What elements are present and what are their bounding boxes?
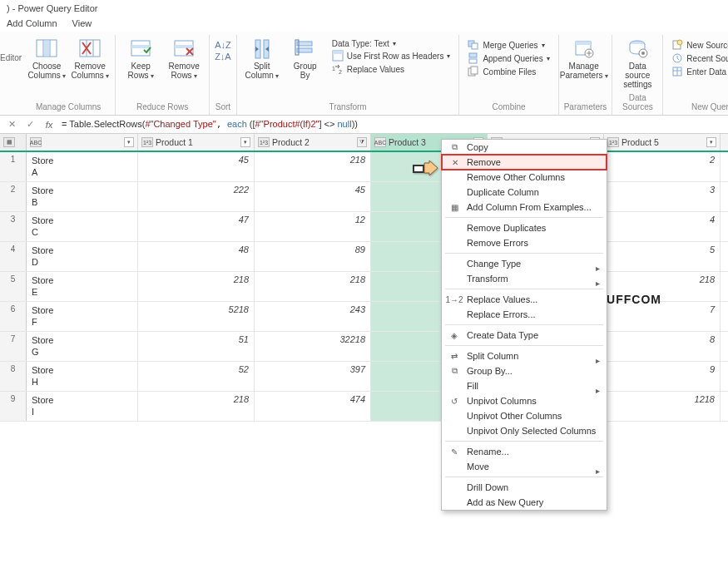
new-source-button[interactable]: New Source▾: [668, 38, 728, 52]
formula-commit-icon[interactable]: ✓: [23, 119, 37, 130]
cell-store[interactable]: Store C: [27, 212, 138, 241]
ctx-remove-dup[interactable]: Remove Duplicates: [442, 220, 607, 235]
table-row[interactable]: 4Store D48895: [0, 242, 728, 272]
cell-store[interactable]: Store F: [27, 302, 138, 331]
formula-cancel-icon[interactable]: ✕: [5, 119, 18, 130]
ctx-transform[interactable]: Transform: [442, 271, 607, 286]
cell-product1[interactable]: 47: [138, 212, 255, 241]
ctx-split-col[interactable]: ⇄Split Column: [442, 348, 607, 363]
sort-asc-icon[interactable]: A↓Z: [215, 40, 231, 50]
group-by-button[interactable]: Group By: [285, 37, 325, 81]
ctx-replace-errs[interactable]: Replace Errors...: [442, 307, 607, 322]
group-manage-columns: Manage Columns: [27, 100, 110, 113]
cell-product1[interactable]: 45: [138, 152, 255, 181]
cell-store[interactable]: Store H: [27, 362, 138, 391]
cell-product1[interactable]: 51: [138, 332, 255, 361]
cell-product1[interactable]: 48: [138, 242, 255, 271]
first-row-headers-button[interactable]: Use First Row as Headers▾: [329, 49, 454, 62]
table-row[interactable]: 2Store B222453: [0, 182, 728, 212]
table-row[interactable]: 1Store A452182: [0, 152, 728, 182]
ctx-unpivot-sel[interactable]: Unpivot Only Selected Columns: [442, 423, 607, 438]
enter-data-button[interactable]: Enter Data: [668, 65, 728, 78]
ctx-fill[interactable]: Fill: [442, 378, 607, 393]
manage-parameters-button[interactable]: Manage Parameters: [564, 37, 604, 82]
ctx-add-example[interactable]: ▦Add Column From Examples...: [442, 200, 607, 215]
cell-product5[interactable]: 1218: [604, 392, 721, 421]
remove-rows-button[interactable]: Remove Rows: [164, 37, 204, 82]
split-column-button[interactable]: Split Column: [242, 37, 282, 82]
group-by-icon: [294, 38, 317, 60]
table-row[interactable]: 3Store C47124: [0, 212, 728, 242]
replace-values-button[interactable]: 12 Replace Values: [329, 62, 454, 76]
filter-dropdown-icon[interactable]: ▾: [240, 137, 250, 147]
ctx-group-by[interactable]: ⧉Group By...: [442, 363, 607, 378]
cell-store[interactable]: Store E: [27, 272, 138, 301]
sort-desc-icon[interactable]: Z↓A: [215, 52, 231, 62]
append-queries-button[interactable]: Append Queries▾: [464, 52, 552, 65]
cell-product1[interactable]: 218: [138, 392, 255, 421]
table-row[interactable]: 8Store H523979: [0, 362, 728, 392]
cell-product2[interactable]: 218: [255, 272, 371, 301]
data-type-dropdown[interactable]: Data Type: Text▾: [329, 38, 454, 49]
table-row[interactable]: 7Store G51322188: [0, 332, 728, 362]
cell-product2[interactable]: 45: [255, 182, 371, 211]
cell-product2[interactable]: 12: [255, 212, 371, 241]
fx-icon[interactable]: fx: [42, 120, 57, 130]
cell-product5[interactable]: 4: [604, 212, 721, 241]
choose-columns-button[interactable]: Choose Columns: [27, 37, 67, 82]
column-header-product5[interactable]: 1²3Product 5 ▾: [604, 134, 721, 151]
cell-product2[interactable]: 243: [255, 302, 371, 331]
group-icon: ⧉: [448, 365, 460, 377]
ctx-remove-other[interactable]: Remove Other Columns: [442, 170, 607, 185]
ctx-add-query[interactable]: Add as New Query: [442, 495, 607, 510]
ctx-change-type[interactable]: Change Type: [442, 256, 607, 271]
tab-add-column[interactable]: Add Column: [7, 18, 57, 28]
cell-product5[interactable]: 9: [604, 362, 721, 391]
ctx-create-dt[interactable]: ◈Create Data Type: [442, 328, 607, 343]
cell-store[interactable]: Store D: [27, 242, 138, 271]
ctx-remove[interactable]: ✕Remove: [441, 154, 607, 170]
cell-product1[interactable]: 218: [138, 272, 255, 301]
data-source-settings-button[interactable]: Data source settings: [617, 37, 657, 91]
recent-sources-button[interactable]: Recent Sources▾: [668, 52, 728, 65]
cell-product2[interactable]: 397: [255, 362, 371, 391]
formula-input[interactable]: = Table.SelectRows(#"Changed Type", each…: [62, 119, 723, 130]
table-row[interactable]: 9Store I2184741218: [0, 392, 728, 422]
cell-product2[interactable]: 32218: [255, 332, 371, 361]
column-header-product2[interactable]: 1²3Product 2 ⧩: [255, 134, 371, 151]
filter-dropdown-icon[interactable]: ▾: [706, 137, 716, 147]
row-index-header[interactable]: ▦: [0, 134, 27, 151]
ctx-replace-vals[interactable]: 1→2Replace Values...: [442, 292, 607, 307]
column-header-store[interactable]: ABC ▾: [27, 134, 138, 151]
ctx-copy[interactable]: ⧉Copy: [442, 140, 607, 155]
cell-product2[interactable]: 474: [255, 392, 371, 421]
ctx-unpivot[interactable]: ↺Unpivot Columns: [442, 393, 607, 408]
cell-product1[interactable]: 222: [138, 182, 255, 211]
ctx-remove-err[interactable]: Remove Errors: [442, 235, 607, 250]
ctx-move[interactable]: Move: [442, 459, 607, 474]
tab-view[interactable]: View: [72, 18, 92, 28]
remove-columns-button[interactable]: Remove Columns: [70, 37, 110, 82]
cell-store[interactable]: Store G: [27, 332, 138, 361]
combine-files-button[interactable]: Combine Files: [464, 65, 552, 78]
cell-product5[interactable]: 5: [604, 242, 721, 271]
cell-product5[interactable]: 8: [604, 332, 721, 361]
keep-rows-button[interactable]: Keep Rows: [121, 37, 161, 82]
ctx-drill[interactable]: Drill Down: [442, 480, 607, 495]
filter-dropdown-icon[interactable]: ▾: [124, 137, 134, 147]
filter-active-icon[interactable]: ⧩: [357, 137, 367, 147]
cell-store[interactable]: Store B: [27, 182, 138, 211]
cell-store[interactable]: Store A: [27, 152, 138, 181]
cell-product2[interactable]: 89: [255, 242, 371, 271]
cell-product1[interactable]: 52: [138, 362, 255, 391]
cell-product1[interactable]: 5218: [138, 302, 255, 331]
column-header-product1[interactable]: 1²3Product 1 ▾: [138, 134, 255, 151]
merge-queries-button[interactable]: Merge Queries▾: [464, 38, 552, 52]
ctx-unpivot-other[interactable]: Unpivot Other Columns: [442, 408, 607, 423]
ctx-rename[interactable]: ✎Rename...: [442, 444, 607, 459]
cell-product5[interactable]: 3: [604, 182, 721, 211]
cell-product5[interactable]: 2: [604, 152, 721, 181]
cell-product2[interactable]: 218: [255, 152, 371, 181]
cell-store[interactable]: Store I: [27, 392, 138, 421]
ctx-duplicate[interactable]: Duplicate Column: [442, 185, 607, 200]
